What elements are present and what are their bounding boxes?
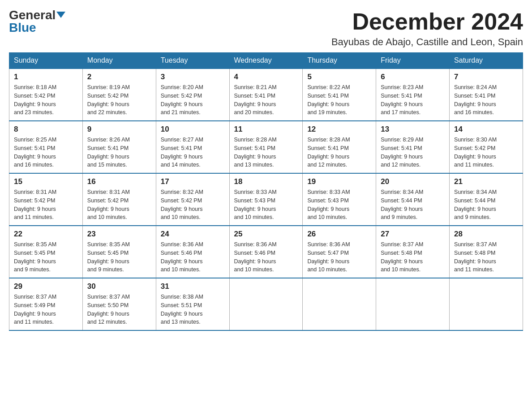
day-info: Sunrise: 8:22 AM Sunset: 5:41 PM Dayligh… bbox=[307, 84, 350, 116]
table-row: 23 Sunrise: 8:35 AM Sunset: 5:45 PM Dayl… bbox=[82, 226, 156, 278]
day-info: Sunrise: 8:34 AM Sunset: 5:44 PM Dayligh… bbox=[454, 189, 497, 220]
day-info: Sunrise: 8:35 AM Sunset: 5:45 PM Dayligh… bbox=[87, 241, 130, 273]
day-number: 9 bbox=[87, 125, 151, 134]
day-info: Sunrise: 8:24 AM Sunset: 5:41 PM Dayligh… bbox=[454, 84, 497, 116]
day-number: 22 bbox=[14, 230, 78, 239]
day-info: Sunrise: 8:31 AM Sunset: 5:42 PM Dayligh… bbox=[87, 189, 130, 220]
table-row bbox=[303, 278, 376, 330]
day-info: Sunrise: 8:19 AM Sunset: 5:42 PM Dayligh… bbox=[87, 84, 130, 116]
day-info: Sunrise: 8:33 AM Sunset: 5:43 PM Dayligh… bbox=[307, 189, 350, 220]
day-number: 26 bbox=[307, 230, 371, 239]
col-friday: Friday bbox=[376, 53, 450, 69]
day-number: 3 bbox=[161, 73, 225, 81]
table-row: 14 Sunrise: 8:30 AM Sunset: 5:42 PM Dayl… bbox=[450, 121, 523, 173]
calendar-week-row: 15 Sunrise: 8:31 AM Sunset: 5:42 PM Dayl… bbox=[9, 173, 523, 226]
table-row: 2 Sunrise: 8:19 AM Sunset: 5:42 PM Dayli… bbox=[82, 68, 156, 121]
table-row: 10 Sunrise: 8:27 AM Sunset: 5:41 PM Dayl… bbox=[156, 121, 229, 173]
day-number: 17 bbox=[161, 177, 225, 186]
day-info: Sunrise: 8:37 AM Sunset: 5:49 PM Dayligh… bbox=[14, 294, 56, 325]
day-info: Sunrise: 8:30 AM Sunset: 5:42 PM Dayligh… bbox=[454, 137, 497, 168]
day-number: 13 bbox=[381, 125, 445, 134]
table-row: 12 Sunrise: 8:28 AM Sunset: 5:41 PM Dayl… bbox=[303, 121, 376, 173]
table-row: 30 Sunrise: 8:37 AM Sunset: 5:50 PM Dayl… bbox=[82, 278, 156, 330]
day-info: Sunrise: 8:37 AM Sunset: 5:48 PM Dayligh… bbox=[381, 241, 423, 273]
col-tuesday: Tuesday bbox=[156, 53, 229, 69]
day-info: Sunrise: 8:21 AM Sunset: 5:41 PM Dayligh… bbox=[234, 84, 277, 116]
day-number: 25 bbox=[234, 230, 298, 239]
day-number: 21 bbox=[454, 177, 518, 186]
day-number: 10 bbox=[161, 125, 225, 134]
table-row: 5 Sunrise: 8:22 AM Sunset: 5:41 PM Dayli… bbox=[303, 68, 376, 121]
day-number: 2 bbox=[87, 73, 151, 81]
day-number: 8 bbox=[14, 125, 78, 134]
table-row bbox=[229, 278, 303, 330]
day-number: 12 bbox=[307, 125, 371, 134]
table-row: 9 Sunrise: 8:26 AM Sunset: 5:41 PM Dayli… bbox=[82, 121, 156, 173]
calendar-table: Sunday Monday Tuesday Wednesday Thursday… bbox=[9, 52, 523, 331]
table-row: 26 Sunrise: 8:36 AM Sunset: 5:47 PM Dayl… bbox=[303, 226, 376, 278]
table-row bbox=[376, 278, 450, 330]
month-title: December 2024 bbox=[331, 9, 523, 34]
table-row: 11 Sunrise: 8:28 AM Sunset: 5:41 PM Dayl… bbox=[229, 121, 303, 173]
day-number: 19 bbox=[307, 177, 371, 186]
table-row: 16 Sunrise: 8:31 AM Sunset: 5:42 PM Dayl… bbox=[82, 173, 156, 226]
day-number: 29 bbox=[14, 282, 78, 291]
day-info: Sunrise: 8:36 AM Sunset: 5:46 PM Dayligh… bbox=[161, 241, 203, 273]
day-number: 4 bbox=[234, 73, 298, 81]
day-info: Sunrise: 8:34 AM Sunset: 5:44 PM Dayligh… bbox=[381, 189, 423, 220]
logo-text: General bbox=[9, 9, 65, 21]
day-info: Sunrise: 8:36 AM Sunset: 5:47 PM Dayligh… bbox=[307, 241, 350, 273]
table-row: 19 Sunrise: 8:33 AM Sunset: 5:43 PM Dayl… bbox=[303, 173, 376, 226]
day-number: 27 bbox=[381, 230, 445, 239]
col-monday: Monday bbox=[82, 53, 156, 69]
table-row: 15 Sunrise: 8:31 AM Sunset: 5:42 PM Dayl… bbox=[9, 173, 83, 226]
day-number: 16 bbox=[87, 177, 151, 186]
day-info: Sunrise: 8:35 AM Sunset: 5:45 PM Dayligh… bbox=[14, 241, 56, 273]
logo-blue: Blue bbox=[9, 21, 36, 34]
day-info: Sunrise: 8:37 AM Sunset: 5:48 PM Dayligh… bbox=[454, 241, 497, 273]
day-info: Sunrise: 8:20 AM Sunset: 5:42 PM Dayligh… bbox=[161, 84, 203, 116]
day-number: 30 bbox=[87, 282, 151, 291]
logo-triangle-icon bbox=[56, 12, 65, 18]
table-row: 25 Sunrise: 8:36 AM Sunset: 5:46 PM Dayl… bbox=[229, 226, 303, 278]
calendar-header-row: Sunday Monday Tuesday Wednesday Thursday… bbox=[9, 53, 523, 69]
table-row: 4 Sunrise: 8:21 AM Sunset: 5:41 PM Dayli… bbox=[229, 68, 303, 121]
day-info: Sunrise: 8:33 AM Sunset: 5:43 PM Dayligh… bbox=[234, 189, 277, 220]
table-row: 28 Sunrise: 8:37 AM Sunset: 5:48 PM Dayl… bbox=[450, 226, 523, 278]
col-thursday: Thursday bbox=[303, 53, 376, 69]
day-number: 24 bbox=[161, 230, 225, 239]
day-info: Sunrise: 8:26 AM Sunset: 5:41 PM Dayligh… bbox=[87, 137, 130, 168]
table-row: 29 Sunrise: 8:37 AM Sunset: 5:49 PM Dayl… bbox=[9, 278, 83, 330]
day-number: 5 bbox=[307, 73, 371, 81]
calendar-week-row: 1 Sunrise: 8:18 AM Sunset: 5:42 PM Dayli… bbox=[9, 68, 523, 121]
table-row: 31 Sunrise: 8:38 AM Sunset: 5:51 PM Dayl… bbox=[156, 278, 229, 330]
col-sunday: Sunday bbox=[9, 53, 83, 69]
day-number: 11 bbox=[234, 125, 298, 134]
day-number: 28 bbox=[454, 230, 518, 239]
day-number: 15 bbox=[14, 177, 78, 186]
calendar-week-row: 8 Sunrise: 8:25 AM Sunset: 5:41 PM Dayli… bbox=[9, 121, 523, 173]
table-row: 20 Sunrise: 8:34 AM Sunset: 5:44 PM Dayl… bbox=[376, 173, 450, 226]
day-number: 18 bbox=[234, 177, 298, 186]
day-number: 31 bbox=[161, 282, 225, 291]
table-row: 21 Sunrise: 8:34 AM Sunset: 5:44 PM Dayl… bbox=[450, 173, 523, 226]
table-row: 27 Sunrise: 8:37 AM Sunset: 5:48 PM Dayl… bbox=[376, 226, 450, 278]
day-info: Sunrise: 8:23 AM Sunset: 5:41 PM Dayligh… bbox=[381, 84, 423, 116]
day-number: 20 bbox=[381, 177, 445, 186]
col-saturday: Saturday bbox=[450, 53, 523, 69]
table-row: 6 Sunrise: 8:23 AM Sunset: 5:41 PM Dayli… bbox=[376, 68, 450, 121]
day-info: Sunrise: 8:37 AM Sunset: 5:50 PM Dayligh… bbox=[87, 294, 130, 325]
table-row: 13 Sunrise: 8:29 AM Sunset: 5:41 PM Dayl… bbox=[376, 121, 450, 173]
day-info: Sunrise: 8:28 AM Sunset: 5:41 PM Dayligh… bbox=[234, 137, 277, 168]
table-row: 22 Sunrise: 8:35 AM Sunset: 5:45 PM Dayl… bbox=[9, 226, 83, 278]
table-row: 8 Sunrise: 8:25 AM Sunset: 5:41 PM Dayli… bbox=[9, 121, 83, 173]
table-row: 1 Sunrise: 8:18 AM Sunset: 5:42 PM Dayli… bbox=[9, 68, 83, 121]
logo: General Blue bbox=[9, 9, 65, 34]
day-info: Sunrise: 8:25 AM Sunset: 5:41 PM Dayligh… bbox=[14, 137, 56, 168]
day-number: 14 bbox=[454, 125, 518, 134]
day-number: 23 bbox=[87, 230, 151, 239]
day-info: Sunrise: 8:29 AM Sunset: 5:41 PM Dayligh… bbox=[381, 137, 423, 168]
table-row: 17 Sunrise: 8:32 AM Sunset: 5:42 PM Dayl… bbox=[156, 173, 229, 226]
table-row: 3 Sunrise: 8:20 AM Sunset: 5:42 PM Dayli… bbox=[156, 68, 229, 121]
table-row bbox=[450, 278, 523, 330]
